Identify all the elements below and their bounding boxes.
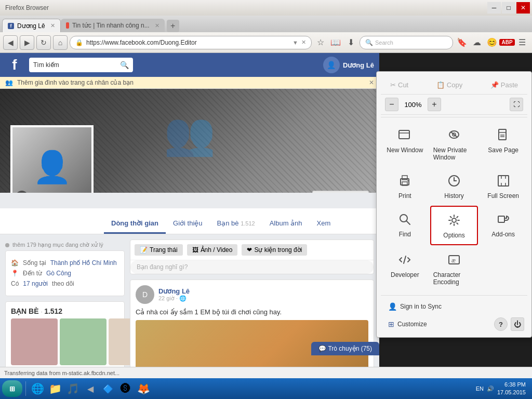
addons-menu-item[interactable]: Add-ons bbox=[479, 206, 527, 245]
zoom-out-button[interactable]: − bbox=[385, 98, 398, 111]
tab-close-1[interactable]: ✕ bbox=[50, 22, 55, 29]
sync-icon[interactable]: ☁ bbox=[470, 36, 484, 49]
taskbar-prev-icon[interactable]: ◀ bbox=[82, 380, 99, 397]
new-tab-button[interactable]: + bbox=[167, 20, 179, 32]
post-author-name[interactable]: Dương Lê bbox=[158, 287, 368, 295]
fullscreen-menu-item[interactable]: Full Screen bbox=[479, 167, 527, 205]
maximize-button[interactable]: □ bbox=[502, 2, 515, 14]
developer-label: Developer bbox=[391, 271, 419, 278]
tab-photos[interactable]: Album ảnh bbox=[262, 214, 310, 234]
event-btn[interactable]: ❤ Sự kiện trong đời bbox=[242, 244, 307, 256]
developer-menu-item[interactable]: Developer bbox=[381, 246, 429, 291]
tab-friends[interactable]: Bạn bè 1.512 bbox=[210, 214, 262, 234]
taskbar: ⊞ 🌐 📁 🎵 ◀ 🔷 🅢 🦊 EN 🔊 6:38 PM 17.05.2015 bbox=[0, 378, 532, 399]
city-link[interactable]: Thành phố Hồ Chí Minh bbox=[50, 259, 117, 267]
url-dropdown-icon[interactable]: ▼ bbox=[292, 39, 298, 46]
status-text: Transferring data from m-static.ak.fbcdn… bbox=[4, 370, 119, 376]
history-menu-item[interactable]: History bbox=[430, 167, 478, 205]
happy-icon[interactable]: 😊 bbox=[485, 36, 499, 49]
character-encoding-menu-item[interactable]: æ Character Encoding bbox=[430, 246, 478, 291]
view-journal-button[interactable]: Xem nhật ký h... bbox=[312, 191, 369, 193]
zoom-value: 100% bbox=[403, 101, 423, 109]
post-header: D Dương Lê 22 giờ · 🌐 bbox=[136, 285, 368, 304]
customize-label: Customize bbox=[397, 321, 427, 328]
cover-photo: 👥 👤 📷 Dương Lê Xem nhật ký h... bbox=[0, 89, 379, 193]
minimize-button[interactable]: ─ bbox=[487, 2, 501, 14]
search-bar[interactable]: 🔍 Search bbox=[360, 36, 453, 49]
start-button[interactable]: ⊞ bbox=[2, 380, 22, 397]
character-encoding-icon: æ bbox=[446, 251, 462, 268]
fb-search-bar[interactable]: Tìm kiếm 🔍 bbox=[29, 58, 133, 72]
url-clear-icon[interactable]: ✕ bbox=[301, 39, 306, 46]
photo-video-btn[interactable]: 🖼 Ảnh / Video bbox=[187, 244, 238, 256]
copy-button[interactable]: 📋 Copy bbox=[431, 79, 468, 91]
photo-icon: 🖼 bbox=[192, 246, 198, 254]
tab-facebook[interactable]: f Dương Lê ✕ bbox=[2, 19, 61, 32]
print-menu-item[interactable]: Print bbox=[381, 167, 429, 205]
download-icon[interactable]: ⬇ bbox=[344, 36, 357, 49]
menu-icon-grid: New Window New Private Window bbox=[381, 119, 527, 293]
followers-count[interactable]: 17 người bbox=[23, 280, 48, 287]
customize-row: ⊞ Customize ? ⏻ bbox=[381, 315, 527, 333]
options-menu-item[interactable]: Options bbox=[430, 206, 478, 245]
tab-favicon-1: f bbox=[8, 23, 14, 29]
status-bar: Transferring data from m-static.ak.fbcdn… bbox=[0, 367, 532, 378]
back-button[interactable]: ◀ bbox=[3, 35, 18, 50]
power-button[interactable]: ⏻ bbox=[511, 317, 524, 331]
new-window-icon bbox=[396, 127, 413, 143]
forward-button[interactable]: ▶ bbox=[20, 35, 34, 50]
hometown-link[interactable]: Gò Công bbox=[46, 270, 71, 277]
menu-icon[interactable]: ☰ bbox=[515, 36, 529, 49]
cut-button[interactable]: ✂ Cut bbox=[385, 79, 414, 91]
bookmark-icon[interactable]: 🔖 bbox=[455, 36, 469, 49]
adblock-icon[interactable]: ABP bbox=[500, 36, 514, 49]
tab-more[interactable]: Xem bbox=[310, 214, 338, 234]
tab-about[interactable]: Giới thiệu bbox=[166, 214, 209, 234]
chat-button[interactable]: 💬 Trò chuyện (75) bbox=[311, 342, 379, 355]
svg-rect-0 bbox=[399, 130, 409, 139]
notification-close[interactable]: ✕ bbox=[369, 79, 374, 86]
post-text: Cả nhà coi ấy sắm 1 EM bộ túi đi chơi cũ… bbox=[136, 308, 368, 316]
friend-avatar-1 bbox=[11, 318, 58, 365]
taskbar-media-icon[interactable]: 🎵 bbox=[64, 380, 81, 397]
taskbar-firefox-icon[interactable]: 🦊 bbox=[135, 380, 152, 397]
bookmark-star-icon[interactable]: ☆ bbox=[314, 36, 327, 49]
refresh-button[interactable]: ↻ bbox=[36, 35, 51, 50]
tab-news[interactable]: Tin tức | Tin nhanh công n... ✕ bbox=[61, 19, 165, 32]
friend-card-1[interactable]: Hương Trần bbox=[11, 318, 58, 367]
zoom-in-button[interactable]: + bbox=[428, 98, 441, 111]
new-window-label: New Window bbox=[387, 147, 423, 154]
fb-username: Dương Lê bbox=[343, 61, 374, 69]
taskbar-ie-icon[interactable]: 🌐 bbox=[29, 380, 46, 397]
search-placeholder: Search bbox=[375, 39, 393, 46]
tab-close-2[interactable]: ✕ bbox=[155, 22, 159, 29]
status-btn[interactable]: 📝 Trang thái bbox=[135, 244, 183, 256]
fullscreen-button[interactable]: ⛶ bbox=[510, 98, 523, 111]
paste-button[interactable]: 📌 Paste bbox=[485, 79, 523, 91]
svg-point-17 bbox=[452, 218, 456, 222]
sync-row: 👤 Sign in to Sync bbox=[381, 298, 527, 315]
taskbar-next-icon[interactable]: 🔷 bbox=[100, 380, 116, 397]
friends-section: BẠN BÈ · 1.512 Hương Trần An Nguy bbox=[5, 301, 125, 367]
find-menu-item[interactable]: Find bbox=[381, 206, 429, 245]
url-bar[interactable]: 🔒 https://www.facebook.com/Duong.Editor … bbox=[70, 36, 312, 49]
taskbar-skype-icon[interactable]: 🅢 bbox=[117, 380, 134, 397]
fb-user-avatar[interactable]: 👤 bbox=[323, 57, 340, 73]
friend-card-2[interactable]: An Nguyên bbox=[60, 318, 107, 367]
taskbar-folder-icon[interactable]: 📁 bbox=[47, 380, 63, 397]
new-private-window-menu-item[interactable]: New Private Window bbox=[430, 122, 478, 166]
history-label: History bbox=[444, 192, 463, 200]
tab-timeline[interactable]: Dòng thời gian bbox=[104, 214, 166, 234]
pending-dot bbox=[5, 243, 9, 247]
notification-icon: 👥 bbox=[5, 79, 13, 86]
help-button[interactable]: ? bbox=[494, 317, 508, 331]
home-button[interactable]: ⌂ bbox=[53, 35, 68, 50]
sign-in-sync-button[interactable]: 👤 Sign in to Sync bbox=[384, 300, 524, 313]
save-page-menu-item[interactable]: Save Page bbox=[479, 122, 527, 166]
new-window-menu-item[interactable]: New Window bbox=[381, 122, 429, 166]
post-input[interactable]: Bạn đang nghĩ gì? bbox=[130, 260, 374, 274]
customize-button[interactable]: ⊞ Customize bbox=[384, 317, 491, 331]
reading-view-icon[interactable]: 📖 bbox=[329, 36, 342, 49]
close-button[interactable]: ✕ bbox=[516, 2, 530, 14]
browser-content-area: f Tìm kiếm 🔍 👤 Dương Lê 👥 Thêm gia đình … bbox=[0, 53, 532, 367]
